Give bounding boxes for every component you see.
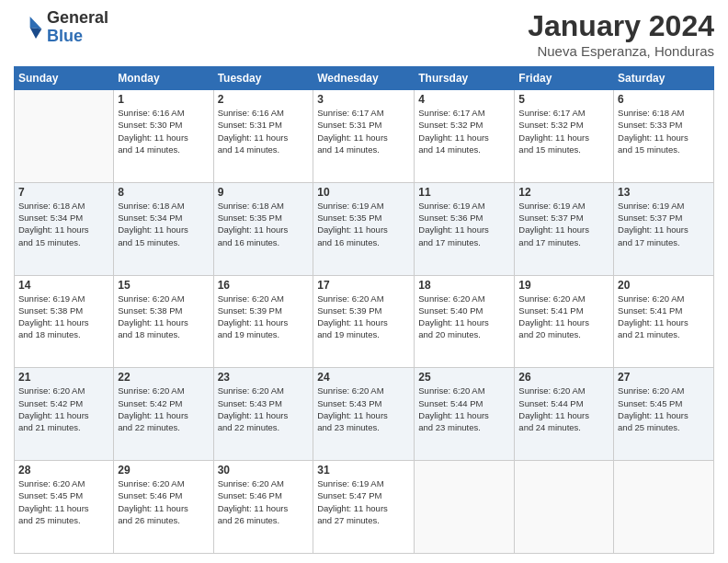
calendar-cell: 2Sunrise: 6:16 AM Sunset: 5:31 PM Daylig…	[213, 90, 313, 183]
col-wednesday: Wednesday	[313, 67, 415, 90]
day-info: Sunrise: 6:20 AM Sunset: 5:40 PM Dayligh…	[418, 293, 510, 341]
month-year: January 2024	[528, 9, 714, 43]
day-number: 25	[418, 371, 510, 384]
day-number: 17	[317, 279, 410, 292]
day-info: Sunrise: 6:17 AM Sunset: 5:32 PM Dayligh…	[518, 107, 609, 155]
day-info: Sunrise: 6:20 AM Sunset: 5:42 PM Dayligh…	[18, 385, 109, 433]
day-info: Sunrise: 6:20 AM Sunset: 5:38 PM Dayligh…	[118, 293, 209, 341]
day-info: Sunrise: 6:19 AM Sunset: 5:38 PM Dayligh…	[18, 293, 109, 341]
header: General Blue January 2024 Nueva Esperanz…	[14, 9, 714, 59]
calendar-week-row: 7Sunrise: 6:18 AM Sunset: 5:34 PM Daylig…	[15, 182, 714, 275]
calendar-cell	[614, 461, 714, 554]
day-info: Sunrise: 6:19 AM Sunset: 5:37 PM Dayligh…	[618, 200, 710, 248]
calendar-cell: 18Sunrise: 6:20 AM Sunset: 5:40 PM Dayli…	[415, 275, 515, 368]
calendar-cell: 19Sunrise: 6:20 AM Sunset: 5:41 PM Dayli…	[515, 275, 614, 368]
calendar-cell: 11Sunrise: 6:19 AM Sunset: 5:36 PM Dayli…	[415, 182, 515, 275]
calendar-cell: 13Sunrise: 6:19 AM Sunset: 5:37 PM Dayli…	[614, 182, 714, 275]
day-number: 6	[618, 93, 710, 106]
day-number: 22	[118, 371, 209, 384]
day-info: Sunrise: 6:19 AM Sunset: 5:36 PM Dayligh…	[418, 200, 510, 248]
calendar-cell: 15Sunrise: 6:20 AM Sunset: 5:38 PM Dayli…	[114, 275, 213, 368]
calendar-cell: 24Sunrise: 6:20 AM Sunset: 5:43 PM Dayli…	[313, 368, 415, 461]
day-info: Sunrise: 6:20 AM Sunset: 5:43 PM Dayligh…	[317, 385, 410, 433]
day-number: 7	[18, 186, 109, 199]
day-number: 26	[518, 371, 609, 384]
day-info: Sunrise: 6:20 AM Sunset: 5:39 PM Dayligh…	[218, 293, 310, 341]
day-info: Sunrise: 6:20 AM Sunset: 5:42 PM Dayligh…	[118, 385, 209, 433]
day-info: Sunrise: 6:20 AM Sunset: 5:44 PM Dayligh…	[518, 385, 609, 433]
col-saturday: Saturday	[614, 67, 714, 90]
logo-text: General Blue	[47, 9, 108, 46]
calendar-cell	[515, 461, 614, 554]
calendar-cell: 17Sunrise: 6:20 AM Sunset: 5:39 PM Dayli…	[313, 275, 415, 368]
day-number: 4	[418, 93, 510, 106]
day-info: Sunrise: 6:20 AM Sunset: 5:41 PM Dayligh…	[618, 293, 710, 341]
day-info: Sunrise: 6:18 AM Sunset: 5:35 PM Dayligh…	[218, 200, 310, 248]
calendar-week-row: 14Sunrise: 6:19 AM Sunset: 5:38 PM Dayli…	[15, 275, 714, 368]
day-number: 16	[218, 279, 310, 292]
calendar-cell: 22Sunrise: 6:20 AM Sunset: 5:42 PM Dayli…	[114, 368, 213, 461]
calendar-week-row: 1Sunrise: 6:16 AM Sunset: 5:30 PM Daylig…	[15, 90, 714, 183]
day-number: 21	[18, 371, 109, 384]
calendar-cell: 5Sunrise: 6:17 AM Sunset: 5:32 PM Daylig…	[515, 90, 614, 183]
location: Nueva Esperanza, Honduras	[528, 43, 714, 59]
calendar-cell: 16Sunrise: 6:20 AM Sunset: 5:39 PM Dayli…	[213, 275, 313, 368]
day-info: Sunrise: 6:16 AM Sunset: 5:31 PM Dayligh…	[218, 107, 310, 155]
col-friday: Friday	[515, 67, 614, 90]
day-info: Sunrise: 6:20 AM Sunset: 5:39 PM Dayligh…	[317, 293, 410, 341]
logo-icon	[14, 13, 43, 42]
day-number: 10	[317, 186, 410, 199]
col-monday: Monday	[114, 67, 213, 90]
day-number: 1	[118, 93, 209, 106]
calendar-cell: 10Sunrise: 6:19 AM Sunset: 5:35 PM Dayli…	[313, 182, 415, 275]
svg-marker-1	[30, 28, 42, 39]
day-number: 14	[18, 279, 109, 292]
day-info: Sunrise: 6:19 AM Sunset: 5:47 PM Dayligh…	[317, 477, 410, 526]
calendar-cell: 26Sunrise: 6:20 AM Sunset: 5:44 PM Dayli…	[515, 368, 614, 461]
calendar-cell: 25Sunrise: 6:20 AM Sunset: 5:44 PM Dayli…	[415, 368, 515, 461]
calendar-week-row: 28Sunrise: 6:20 AM Sunset: 5:45 PM Dayli…	[15, 461, 714, 554]
day-info: Sunrise: 6:17 AM Sunset: 5:32 PM Dayligh…	[418, 107, 510, 155]
calendar-cell	[415, 461, 515, 554]
day-number: 13	[618, 186, 710, 199]
day-number: 27	[618, 371, 710, 384]
day-info: Sunrise: 6:19 AM Sunset: 5:37 PM Dayligh…	[518, 200, 609, 248]
day-number: 23	[218, 371, 310, 384]
day-number: 31	[317, 464, 410, 477]
col-sunday: Sunday	[15, 67, 114, 90]
calendar-cell: 30Sunrise: 6:20 AM Sunset: 5:46 PM Dayli…	[213, 461, 313, 554]
day-number: 12	[518, 186, 609, 199]
day-info: Sunrise: 6:20 AM Sunset: 5:46 PM Dayligh…	[118, 477, 209, 526]
day-info: Sunrise: 6:19 AM Sunset: 5:35 PM Dayligh…	[317, 200, 410, 248]
calendar-cell: 20Sunrise: 6:20 AM Sunset: 5:41 PM Dayli…	[614, 275, 714, 368]
calendar-cell: 1Sunrise: 6:16 AM Sunset: 5:30 PM Daylig…	[114, 90, 213, 183]
day-number: 29	[118, 464, 209, 477]
day-number: 8	[118, 186, 209, 199]
day-number: 19	[518, 279, 609, 292]
col-tuesday: Tuesday	[213, 67, 313, 90]
day-info: Sunrise: 6:18 AM Sunset: 5:34 PM Dayligh…	[118, 200, 209, 248]
calendar-cell: 8Sunrise: 6:18 AM Sunset: 5:34 PM Daylig…	[114, 182, 213, 275]
day-number: 28	[18, 464, 109, 477]
day-number: 20	[618, 279, 710, 292]
col-thursday: Thursday	[415, 67, 515, 90]
calendar-cell: 27Sunrise: 6:20 AM Sunset: 5:45 PM Dayli…	[614, 368, 714, 461]
calendar-week-row: 21Sunrise: 6:20 AM Sunset: 5:42 PM Dayli…	[15, 368, 714, 461]
calendar-header-row: Sunday Monday Tuesday Wednesday Thursday…	[15, 67, 714, 90]
logo: General Blue	[14, 9, 108, 46]
calendar-cell: 6Sunrise: 6:18 AM Sunset: 5:33 PM Daylig…	[614, 90, 714, 183]
svg-marker-0	[30, 17, 42, 29]
day-info: Sunrise: 6:20 AM Sunset: 5:45 PM Dayligh…	[18, 477, 109, 526]
day-info: Sunrise: 6:20 AM Sunset: 5:41 PM Dayligh…	[518, 293, 609, 341]
calendar-cell: 9Sunrise: 6:18 AM Sunset: 5:35 PM Daylig…	[213, 182, 313, 275]
day-info: Sunrise: 6:20 AM Sunset: 5:45 PM Dayligh…	[618, 385, 710, 433]
calendar-cell: 21Sunrise: 6:20 AM Sunset: 5:42 PM Dayli…	[15, 368, 114, 461]
day-info: Sunrise: 6:20 AM Sunset: 5:43 PM Dayligh…	[218, 385, 310, 433]
day-number: 11	[418, 186, 510, 199]
day-number: 3	[317, 93, 410, 106]
title-block: January 2024 Nueva Esperanza, Honduras	[528, 9, 714, 59]
calendar-cell: 23Sunrise: 6:20 AM Sunset: 5:43 PM Dayli…	[213, 368, 313, 461]
day-info: Sunrise: 6:17 AM Sunset: 5:31 PM Dayligh…	[317, 107, 410, 155]
calendar-cell: 29Sunrise: 6:20 AM Sunset: 5:46 PM Dayli…	[114, 461, 213, 554]
day-info: Sunrise: 6:18 AM Sunset: 5:34 PM Dayligh…	[18, 200, 109, 248]
